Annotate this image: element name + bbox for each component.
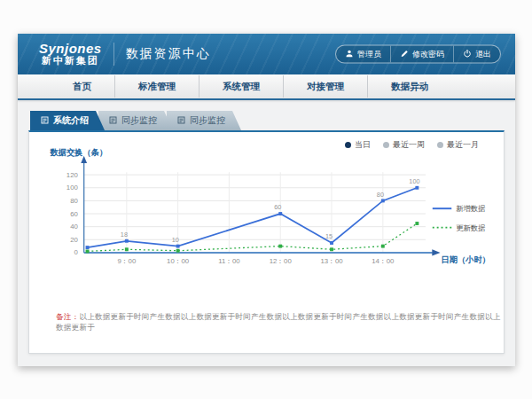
svg-text:10：00: 10：00 [167, 257, 190, 265]
radio-dot-icon [383, 142, 389, 148]
user-icon [345, 49, 354, 59]
footnote-text: 以上数据更新于时间产生数据以上数据更新于时间产生数据以上数据更新于时间产生数据以… [56, 312, 501, 332]
filter-1[interactable]: 最近一周 [383, 139, 425, 151]
nav-item-4[interactable]: 数据异动 [367, 75, 451, 98]
header-divider [113, 43, 114, 66]
app-header: Synjones 新中新集团 数据资源中心 管理员修改密码退出 [18, 34, 515, 74]
svg-text:60: 60 [70, 210, 78, 218]
time-filter-group: 当日最近一周最近一月 [345, 139, 479, 151]
svg-text:15: 15 [325, 232, 332, 240]
svg-text:80: 80 [377, 191, 384, 199]
nav-item-1[interactable]: 标准管理 [114, 75, 199, 98]
svg-text:新增数据: 新增数据 [456, 204, 485, 213]
footnote: 备注：以上数据更新于时间产生数据以上数据更新于时间产生数据以上数据更新于时间产生… [56, 312, 504, 333]
tab-0[interactable]: 系统介绍 [30, 111, 105, 130]
user-menu-item-2[interactable]: 退出 [453, 46, 500, 63]
app-window: Synjones 新中新集团 数据资源中心 管理员修改密码退出 首页标准管理系统… [18, 34, 515, 366]
tab-bar: 系统介绍同步监控同步监控 [18, 100, 515, 130]
page-background: Synjones 新中新集团 数据资源中心 管理员修改密码退出 首页标准管理系统… [0, 0, 532, 399]
svg-text:日期（小时）: 日期（小时） [442, 254, 491, 264]
user-menu-item-0[interactable]: 管理员 [336, 46, 390, 63]
svg-text:100: 100 [409, 177, 419, 185]
user-menu-item-1[interactable]: 修改密码 [390, 46, 453, 63]
radio-dot-icon [345, 142, 351, 148]
line-chart: 0204060801001209：0010：0011：0012：0013：001… [36, 145, 497, 309]
filter-2[interactable]: 最近一月 [437, 139, 479, 151]
radio-dot-icon [437, 142, 443, 148]
brand-logo: Synjones 新中新集团 [39, 42, 102, 66]
svg-text:120: 120 [66, 171, 79, 179]
tab-2[interactable]: 同步监控 [167, 111, 241, 130]
svg-text:9：00: 9：00 [117, 257, 136, 265]
svg-text:60: 60 [274, 203, 281, 211]
filter-0[interactable]: 当日 [345, 139, 371, 151]
brand-logo-wordmark: Synjones [39, 42, 102, 56]
svg-text:18: 18 [121, 231, 128, 239]
content-area: 系统介绍同步监控同步监控 当日最近一周最近一月 0204060801001209… [18, 100, 515, 366]
logout-icon [463, 49, 472, 59]
tab-doc-icon [177, 116, 185, 126]
footnote-label: 备注： [56, 312, 79, 321]
tab-1[interactable]: 同步监控 [98, 111, 173, 130]
svg-text:20: 20 [70, 236, 78, 244]
svg-text:40: 40 [70, 223, 78, 231]
svg-text:数据交换（条）: 数据交换（条） [50, 147, 108, 157]
tab-doc-icon [109, 116, 117, 126]
user-menu: 管理员修改密码退出 [335, 45, 501, 64]
svg-text:10: 10 [172, 236, 179, 244]
svg-text:更新数据: 更新数据 [456, 223, 485, 232]
chart-card: 当日最近一周最近一月 0204060801001209：0010：0011：00… [28, 130, 505, 354]
page-title: 数据资源中心 [126, 46, 211, 62]
brand-logo-chinese: 新中新集团 [39, 56, 102, 66]
svg-text:13：00: 13：00 [320, 257, 343, 265]
nav-item-3[interactable]: 对接管理 [283, 75, 367, 98]
tab-doc-icon [41, 116, 49, 126]
svg-text:100: 100 [66, 184, 79, 192]
svg-text:14：00: 14：00 [372, 257, 395, 265]
svg-text:11：00: 11：00 [218, 257, 240, 265]
svg-text:80: 80 [70, 197, 78, 205]
svg-text:12：00: 12：00 [270, 257, 293, 265]
main-nav: 首页标准管理系统管理对接管理数据异动 [18, 74, 515, 100]
nav-item-2[interactable]: 系统管理 [199, 75, 283, 98]
edit-icon [400, 49, 409, 59]
svg-text:0: 0 [74, 248, 78, 256]
nav-item-0[interactable]: 首页 [50, 75, 114, 98]
